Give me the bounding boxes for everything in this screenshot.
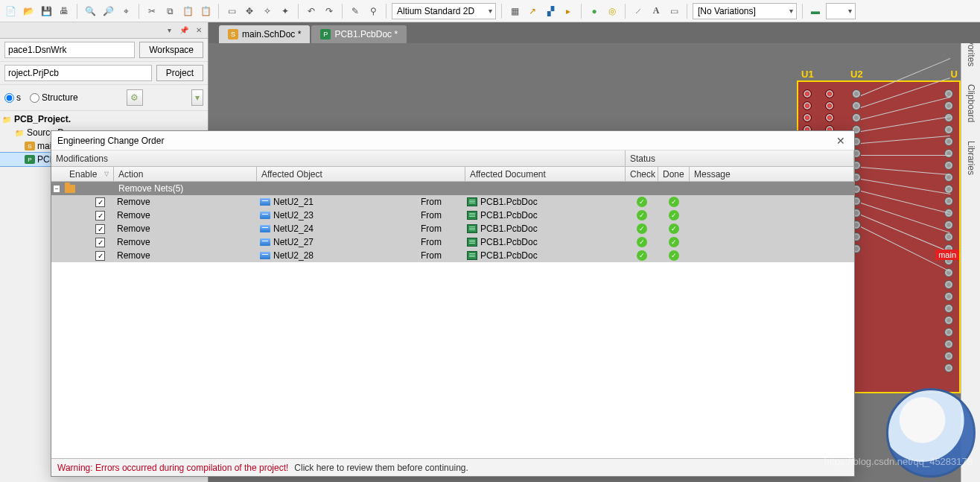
view-mode-combo[interactable]: Altium Standard 2D <box>392 3 496 19</box>
col-message[interactable]: Message <box>690 167 854 181</box>
tab-libraries[interactable]: Libraries <box>964 138 978 178</box>
zoom-fit-icon[interactable]: 🔍 <box>83 4 98 19</box>
via-icon[interactable]: ▸ <box>561 4 576 19</box>
eco-item-row[interactable]: ✓RemoveNetU2_28FromPCB1.PcbDoc✓✓ <box>51 249 854 262</box>
pad-green-icon[interactable]: ● <box>587 4 602 19</box>
layer-combo[interactable] <box>826 3 856 19</box>
designator-u2: U2 <box>850 69 863 80</box>
line-icon[interactable]: ⟋ <box>631 4 646 19</box>
panel-menu-icon[interactable]: ▾ <box>163 25 175 37</box>
object-cell: NetU2_24 <box>257 222 419 235</box>
net-icon <box>260 225 270 232</box>
eco-group-row[interactable]: − Remove Nets(5) <box>51 182 854 195</box>
document-cell: PCB1.PcbDoc <box>465 222 626 235</box>
variation-combo[interactable]: [No Variations] <box>693 3 797 19</box>
print-icon[interactable]: 🖶 <box>57 4 71 19</box>
redo-icon[interactable]: ↷ <box>322 4 337 19</box>
folder-icon <box>65 185 75 193</box>
enable-checkbox[interactable]: ✓ <box>95 197 105 207</box>
footer-review-link[interactable]: Click here to review them before continu… <box>294 463 468 473</box>
layer-icon[interactable]: ▬ <box>808 4 823 19</box>
from-cell: From <box>419 209 465 222</box>
tab-main-sch[interactable]: Smain.SchDoc * <box>219 25 310 43</box>
deselect-icon[interactable]: ✧ <box>260 4 275 19</box>
sch-icon: S <box>25 142 35 150</box>
project-button[interactable]: Project <box>156 65 203 81</box>
undo-icon[interactable]: ↶ <box>304 4 319 19</box>
object-cell: NetU2_28 <box>257 249 419 262</box>
pad-yellow-icon[interactable]: ◎ <box>605 4 620 19</box>
browse-icon[interactable]: ⚲ <box>366 4 381 19</box>
radio-structure[interactable]: Structure <box>30 92 78 103</box>
header-modifications: Modifications <box>51 150 626 166</box>
tab-pcb1[interactable]: PPCB1.PcbDoc * <box>311 25 407 43</box>
pad <box>944 232 953 241</box>
connection-line <box>861 179 950 194</box>
eco-item-row[interactable]: ✓RemoveNetU2_23FromPCB1.PcbDoc✓✓ <box>51 209 854 222</box>
workspace-input[interactable] <box>4 42 135 58</box>
paste-special-icon[interactable]: 📋 <box>198 4 213 19</box>
project-input[interactable] <box>4 65 152 81</box>
from-cell: From <box>419 235 465 249</box>
move-icon[interactable]: ✥ <box>242 4 257 19</box>
net-icon <box>260 212 270 219</box>
cross-probe-icon[interactable]: ✎ <box>348 4 363 19</box>
copy-icon[interactable]: ⧉ <box>162 4 177 19</box>
col-check[interactable]: Check <box>626 167 658 181</box>
tab-clipboard[interactable]: Clipboard <box>964 81 978 125</box>
zoom-select-icon[interactable]: ⌖ <box>118 4 133 19</box>
eco-item-row[interactable]: ✓RemoveNetU2_27FromPCB1.PcbDoc✓✓ <box>51 235 854 249</box>
tree-node-project[interactable]: 📁PCB_Project. <box>0 112 208 126</box>
save-icon[interactable]: 💾 <box>39 4 54 19</box>
eco-item-row[interactable]: ✓RemoveNetU2_21FromPCB1.PcbDoc✓✓ <box>51 195 854 209</box>
designator-u3: U <box>951 69 958 80</box>
collapse-icon[interactable]: − <box>53 185 60 193</box>
action-cell: Remove <box>114 249 257 262</box>
radio-file[interactable]: s <box>4 92 21 103</box>
pad <box>944 328 953 337</box>
options-button[interactable]: ⚙ <box>127 89 143 106</box>
paste-icon[interactable]: 📋 <box>180 4 195 19</box>
designator-u1: U1 <box>801 69 814 80</box>
col-enable[interactable]: Enable▽ <box>51 167 114 181</box>
action-cell: Remove <box>114 222 257 235</box>
enable-checkbox[interactable]: ✓ <box>95 251 105 261</box>
options-dropdown[interactable]: ▾ <box>191 89 203 106</box>
col-action[interactable]: Action <box>114 167 257 181</box>
pad <box>944 197 953 206</box>
clear-icon[interactable]: ✦ <box>278 4 293 19</box>
align-icon[interactable]: ↗ <box>525 4 540 19</box>
message-cell <box>690 222 854 235</box>
close-icon[interactable]: ✕ <box>833 133 848 148</box>
component-icon[interactable]: ▭ <box>666 4 681 19</box>
open-icon[interactable]: 📂 <box>21 4 36 19</box>
new-icon[interactable]: 📄 <box>3 4 18 19</box>
cut-icon[interactable]: ✂ <box>144 4 159 19</box>
view-mode-value: Altium Standard 2D <box>397 6 474 16</box>
net-label-main: main <box>935 250 959 260</box>
col-affected-object[interactable]: Affected Object <box>257 167 465 181</box>
net-icon <box>260 198 270 206</box>
net-icon <box>260 252 270 259</box>
panel-pin-icon[interactable]: 📌 <box>178 25 190 37</box>
grid-icon[interactable]: ▦ <box>507 4 522 19</box>
enable-checkbox[interactable]: ✓ <box>95 224 105 234</box>
col-done[interactable]: Done <box>658 167 690 181</box>
workspace-button[interactable]: Workspace <box>139 42 203 58</box>
pad <box>825 89 834 98</box>
enable-checkbox[interactable]: ✓ <box>95 211 105 221</box>
enable-checkbox[interactable]: ✓ <box>95 238 105 247</box>
eco-item-row[interactable]: ✓RemoveNetU2_24FromPCB1.PcbDoc✓✓ <box>51 222 854 235</box>
track-icon[interactable]: ▞ <box>543 4 558 19</box>
eco-section-header: Modifications Status <box>51 150 854 167</box>
panel-close-icon[interactable]: ✕ <box>193 25 205 37</box>
document-cell: PCB1.PcbDoc <box>465 209 626 222</box>
string-icon[interactable]: A <box>649 4 664 19</box>
pcbdoc-icon <box>467 211 477 220</box>
col-affected-document[interactable]: Affected Document <box>465 167 626 181</box>
select-rect-icon[interactable]: ▭ <box>224 4 239 19</box>
action-cell: Remove <box>114 235 257 249</box>
zoom-area-icon[interactable]: 🔎 <box>101 4 115 19</box>
pad <box>825 113 834 122</box>
pad <box>944 137 953 146</box>
